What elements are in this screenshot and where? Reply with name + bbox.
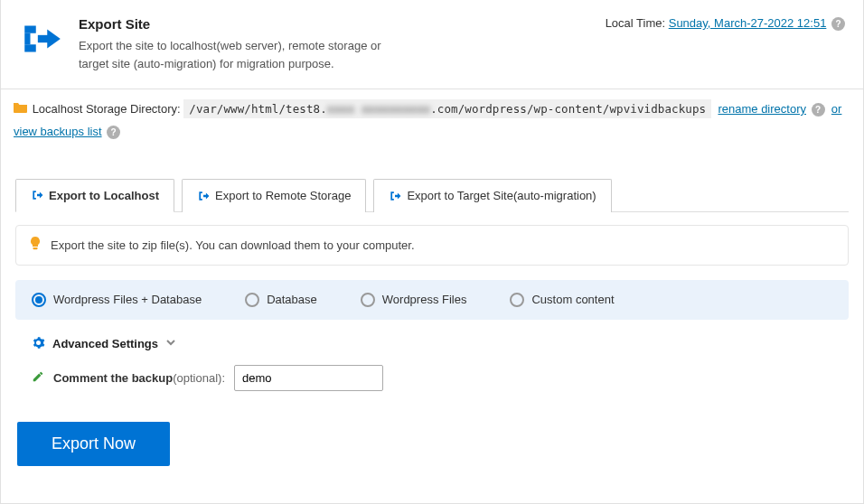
local-time-link[interactable]: Sunday, March-27-2022 12:51 [669, 16, 827, 30]
comment-input[interactable] [234, 365, 383, 391]
advanced-settings-label: Advanced Settings [52, 337, 158, 350]
export-logo-icon [19, 16, 64, 61]
tab-export-target-site[interactable]: Export to Target Site(auto-migration) [373, 179, 611, 212]
radio-indicator [245, 293, 259, 307]
local-time: Local Time: Sunday, March-27-2022 12:51 … [606, 16, 845, 31]
gear-icon [32, 336, 45, 352]
backup-content-radios: Wordpress Files + Database Database Word… [15, 280, 849, 320]
advanced-settings-toggle[interactable]: Advanced Settings [32, 336, 832, 352]
radio-indicator [361, 293, 375, 307]
storage-directory-row: Localhost Storage Directory: /var/www/ht… [1, 89, 863, 153]
info-box: Export the site to zip file(s). You can … [15, 225, 849, 266]
lightbulb-icon [29, 237, 42, 254]
export-icon [31, 189, 43, 201]
comment-label: Comment the backup(optional): [53, 371, 225, 385]
radio-label: Wordpress Files [382, 293, 467, 306]
help-icon[interactable]: ? [812, 103, 825, 117]
pencil-icon [32, 370, 44, 386]
storage-label: Localhost Storage Directory: [33, 102, 181, 116]
tab-export-remote[interactable]: Export to Remote Storage [182, 179, 366, 212]
radio-indicator [510, 293, 524, 307]
tab-label: Export to Remote Storage [215, 189, 351, 202]
help-icon[interactable]: ? [107, 126, 120, 139]
comment-row: Comment the backup(optional): [32, 365, 832, 391]
radio-indicator [32, 293, 46, 307]
folder-icon [14, 98, 27, 121]
info-text: Export the site to zip file(s). You can … [51, 238, 415, 252]
page-subtitle: Export the site to localhost(web server)… [79, 37, 404, 72]
rename-directory-link[interactable]: rename directory [718, 102, 806, 116]
radio-label: Database [267, 293, 317, 306]
export-icon [389, 190, 401, 202]
radio-database[interactable]: Database [245, 293, 317, 307]
tabs: Export to Localhost Export to Remote Sto… [15, 178, 849, 212]
help-icon[interactable]: ? [831, 17, 845, 31]
radio-label: Custom content [531, 293, 614, 306]
radio-label: Wordpress Files + Database [53, 293, 202, 306]
page-header: Export Site Export the site to localhost… [1, 0, 863, 89]
export-now-button[interactable]: Export Now [17, 422, 170, 466]
tabs-container: Export to Localhost Export to Remote Sto… [1, 178, 863, 212]
tab-export-localhost[interactable]: Export to Localhost [15, 179, 174, 212]
tab-label: Export to Target Site(auto-migration) [407, 189, 596, 202]
radio-files-database[interactable]: Wordpress Files + Database [32, 293, 202, 307]
options-panel: Wordpress Files + Database Database Word… [15, 280, 849, 422]
radio-files[interactable]: Wordpress Files [361, 293, 467, 307]
radio-custom[interactable]: Custom content [510, 293, 614, 307]
chevron-down-icon [165, 337, 176, 350]
page-title: Export Site [79, 16, 404, 32]
header-text-block: Export Site Export the site to localhost… [79, 16, 404, 72]
export-icon [197, 190, 210, 202]
tab-label: Export to Localhost [49, 189, 159, 202]
local-time-label: Local Time: [606, 16, 669, 30]
storage-path: /var/www/html/test8.xxxx xxxxxxxxxx.com/… [183, 99, 711, 118]
